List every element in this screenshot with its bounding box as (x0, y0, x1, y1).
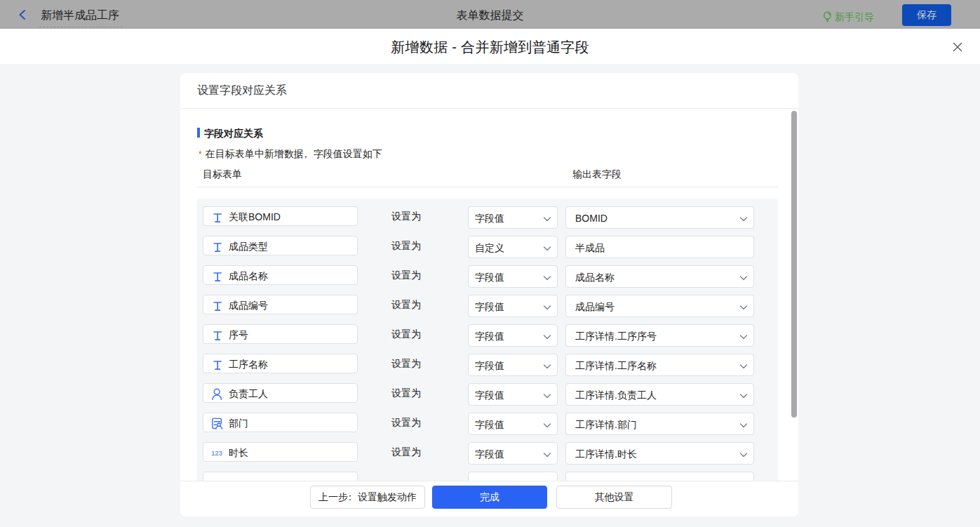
svg-text:123: 123 (212, 449, 222, 457)
